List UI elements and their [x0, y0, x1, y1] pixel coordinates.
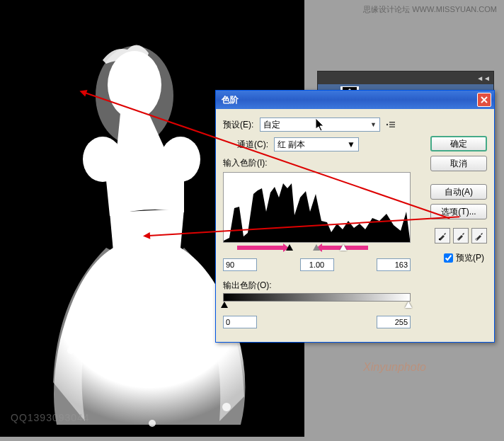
svg-point-4 — [67, 347, 74, 354]
svg-point-6 — [149, 420, 156, 427]
svg-rect-13 — [389, 127, 395, 127]
titlebar[interactable]: 色阶 — [216, 91, 494, 109]
auto-button[interactable]: 自动(A) — [430, 184, 487, 200]
white-eyedropper[interactable] — [471, 228, 487, 244]
gray-eyedropper[interactable] — [453, 228, 469, 244]
preview-checkbox[interactable] — [444, 253, 453, 263]
svg-point-3 — [161, 137, 200, 182]
black-eyedropper[interactable] — [435, 228, 450, 244]
preset-menu-icon[interactable] — [384, 120, 396, 129]
histogram — [223, 172, 411, 243]
watermark-bottom: Xinyunphoto — [363, 361, 426, 374]
ok-button[interactable]: 确定 — [430, 136, 487, 151]
channel-label: 通道(C): — [237, 139, 274, 151]
output-black-field[interactable] — [223, 316, 257, 328]
svg-point-16 — [476, 239, 477, 240]
close-button[interactable] — [477, 93, 491, 107]
output-slider-track[interactable] — [223, 302, 411, 311]
input-gamma-field[interactable] — [300, 258, 334, 271]
cancel-button[interactable]: 取消 — [430, 156, 487, 171]
svg-rect-11 — [389, 122, 395, 122]
svg-point-14 — [439, 239, 440, 240]
dialog-title: 色阶 — [222, 94, 477, 106]
input-white-field[interactable] — [377, 258, 411, 271]
options-button[interactable]: 选项(T)... — [430, 204, 487, 219]
black-point-slider[interactable] — [286, 244, 293, 251]
watermark-id: QQ1393093044 — [11, 412, 90, 423]
preset-select[interactable]: 自定 ▼ — [260, 118, 380, 132]
midtone-slider[interactable] — [313, 244, 320, 251]
svg-point-5 — [222, 403, 231, 411]
levels-dialog: 色阶 预设(E): 自定 ▼ 通道(C): 红 副本 ▼ 输入色阶(I): — [215, 90, 495, 343]
svg-point-2 — [83, 137, 122, 182]
svg-point-10 — [386, 124, 388, 125]
output-gradient — [223, 293, 411, 302]
output-white-field[interactable] — [377, 316, 411, 328]
output-white-slider[interactable] — [405, 302, 412, 308]
input-black-field[interactable] — [223, 258, 257, 271]
svg-point-15 — [457, 239, 459, 240]
preset-value: 自定 — [263, 119, 280, 131]
panel-header: ◄◄ — [318, 71, 493, 84]
svg-rect-12 — [389, 124, 395, 125]
preview-label: 预览(P) — [456, 252, 484, 264]
dropdown-arrow-icon: ▼ — [347, 139, 355, 149]
collapse-icon[interactable]: ◄◄ — [476, 74, 491, 82]
annotation-arrow-left — [237, 246, 283, 250]
channel-select[interactable]: 红 副本 ▼ — [274, 137, 359, 151]
preset-label: 预设(E): — [223, 119, 260, 131]
input-slider-track[interactable] — [223, 244, 411, 254]
channel-select-value: 红 副本 — [277, 139, 305, 151]
output-levels-label: 输出色阶(O): — [223, 280, 487, 292]
output-black-slider[interactable] — [221, 302, 228, 308]
watermark-top: 思缘设计论坛 WWW.MISSYUAN.COM — [363, 4, 497, 15]
dropdown-arrow-icon: ▼ — [370, 121, 377, 128]
white-point-slider[interactable] — [340, 244, 347, 251]
